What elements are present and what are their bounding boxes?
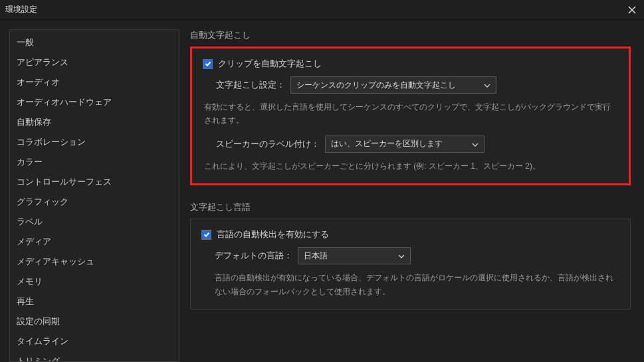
- sidebar-item[interactable]: コラボレーション: [10, 132, 179, 152]
- sidebar-item[interactable]: メディアキャッシュ: [10, 252, 179, 272]
- section-title: 文字起こし言語: [190, 201, 631, 213]
- section-transcription-language: 文字起こし言語 言語の自動検出を有効にする デフォルトの言語： 日本語 言語の自…: [190, 201, 631, 310]
- sidebar-item[interactable]: コントロールサーフェス: [10, 172, 179, 192]
- transcription-setting-label: 文字起こし設定：: [216, 79, 285, 91]
- sidebar-item[interactable]: アピアランス: [10, 52, 179, 72]
- sidebar-item[interactable]: オーディオ: [10, 72, 179, 92]
- sidebar-item[interactable]: オーディオハードウェア: [10, 92, 179, 112]
- default-lang-desc: 言語の自動検出が有効になっている場合、デフォルトの言語がロケールの選択に使用され…: [215, 271, 619, 298]
- sidebar-item[interactable]: メディア: [10, 232, 179, 252]
- sidebar-item[interactable]: タイムライン: [10, 331, 179, 351]
- close-icon: [628, 6, 636, 14]
- transcription-setting-value: シーケンスのクリップのみを自動文字起こし: [296, 80, 456, 91]
- sidebar-item[interactable]: メモリ: [10, 272, 179, 292]
- speaker-select[interactable]: はい、スピーカーを区別します: [325, 136, 484, 153]
- sidebar: 一般アピアランスオーディオオーディオハードウェア自動保存コラボレーションカラーコ…: [9, 29, 179, 362]
- lang-autodetect-checkbox[interactable]: [201, 230, 211, 240]
- lang-autodetect-label: 言語の自動検出を有効にする: [217, 228, 329, 240]
- section-auto-transcription: 自動文字起こし クリップを自動文字起こし 文字起こし設定： シーケンスのクリップ…: [190, 29, 631, 185]
- transcription-setting-desc: 有効にすると、選択した言語を使用してシーケンスのすべてのクリップで、文字起こしが…: [204, 100, 618, 128]
- chevron-down-icon: [398, 251, 405, 260]
- titlebar: 環境設定: [0, 0, 644, 20]
- transcription-setting-select[interactable]: シーケンスのクリップのみを自動文字起こし: [290, 76, 496, 94]
- sidebar-item[interactable]: 自動保存: [10, 112, 179, 132]
- sidebar-item[interactable]: 再生: [10, 292, 179, 312]
- default-lang-label: デフォルトの言語：: [215, 250, 292, 262]
- default-lang-value: 日本語: [304, 250, 328, 262]
- section-body: 言語の自動検出を有効にする デフォルトの言語： 日本語 言語の自動検出が有効にな…: [190, 219, 631, 310]
- window-title: 環境設定: [5, 4, 37, 15]
- chevron-down-icon: [472, 139, 479, 149]
- close-button[interactable]: [625, 3, 639, 17]
- main-panel: 自動文字起こし クリップを自動文字起こし 文字起こし設定： シーケンスのクリップ…: [190, 29, 635, 362]
- check-icon: [205, 60, 211, 67]
- auto-transcribe-checkbox[interactable]: [203, 59, 213, 69]
- sidebar-item[interactable]: ラベル: [10, 212, 179, 232]
- speaker-label: スピーカーのラベル付け：: [216, 138, 320, 150]
- auto-transcribe-label: クリップを自動文字起こし: [218, 58, 322, 70]
- speaker-value: はい、スピーカーを区別します: [331, 138, 443, 149]
- section-title: 自動文字起こし: [190, 29, 631, 41]
- speaker-desc: これにより、文字起こしがスピーカーごとに分けられます (例: スピーカー 1、ス…: [204, 159, 618, 173]
- sidebar-item[interactable]: カラー: [10, 152, 179, 172]
- sidebar-item[interactable]: 設定の同期: [10, 312, 179, 331]
- check-icon: [203, 231, 210, 238]
- section-body-highlight: クリップを自動文字起こし 文字起こし設定： シーケンスのクリップのみを自動文字起…: [190, 46, 631, 185]
- sidebar-item[interactable]: グラフィック: [10, 192, 179, 212]
- sidebar-item[interactable]: トリミング: [10, 351, 179, 362]
- chevron-down-icon: [484, 80, 490, 90]
- default-lang-select[interactable]: 日本語: [298, 247, 411, 264]
- sidebar-item[interactable]: 一般: [10, 33, 179, 52]
